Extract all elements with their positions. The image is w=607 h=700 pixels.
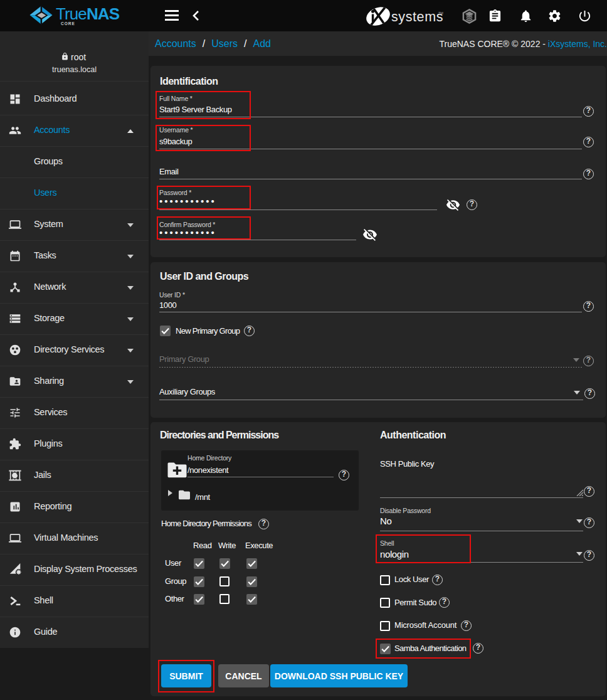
svg-text:systems: systems: [391, 9, 443, 24]
svg-text:TM: TM: [438, 11, 443, 15]
